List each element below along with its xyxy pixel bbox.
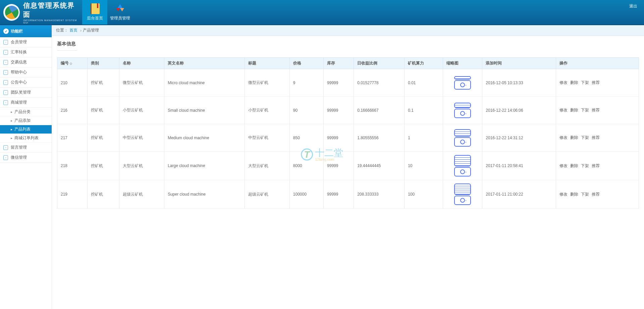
delete-link[interactable]: 删除 bbox=[570, 80, 578, 85]
table-cell: Super cloud machine bbox=[164, 180, 245, 209]
recommend-link[interactable]: 推荐 bbox=[592, 192, 600, 197]
offshelf-link[interactable]: 下架 bbox=[581, 135, 589, 140]
thumbnail-cell bbox=[443, 97, 482, 124]
menu-label: 微信管理 bbox=[11, 155, 27, 160]
offshelf-link[interactable]: 下架 bbox=[581, 80, 589, 85]
thumbnail-cell bbox=[443, 69, 482, 97]
submenu-item[interactable]: 产品列表 bbox=[0, 125, 52, 134]
column-header[interactable]: 英文名称 bbox=[164, 58, 245, 69]
recommend-link[interactable]: 推荐 bbox=[592, 80, 600, 85]
table-cell: 100 bbox=[405, 180, 443, 209]
delete-link[interactable]: 删除 bbox=[570, 108, 578, 112]
edit-link[interactable]: 修改 bbox=[559, 108, 568, 112]
sidebar-item[interactable]: ▫微信管理 bbox=[0, 153, 52, 163]
table-cell: 99999 bbox=[324, 97, 354, 124]
column-header[interactable]: 价格 bbox=[289, 58, 323, 69]
table-cell: 99999 bbox=[324, 69, 354, 97]
server-icon bbox=[454, 155, 471, 176]
menu-icon: ▫ bbox=[3, 155, 8, 160]
logo-subtitle: INFORMATION MANAGEMENT SYSTEM GUI bbox=[23, 19, 82, 24]
table-cell: Large cloud machine bbox=[164, 152, 245, 180]
menu-label: 帮助中心 bbox=[11, 69, 27, 75]
table-cell: 挖矿机 bbox=[88, 69, 119, 97]
breadcrumb-home[interactable]: 首页 bbox=[69, 28, 77, 33]
edit-link[interactable]: 修改 bbox=[559, 192, 568, 197]
top-nav: 后台首页 管理员管理 bbox=[82, 0, 132, 24]
edit-link[interactable]: 修改 bbox=[559, 80, 568, 85]
table-cell: Small cloud machine bbox=[164, 97, 245, 124]
table-cell: 218 bbox=[57, 152, 88, 180]
sidebar-item[interactable]: ▫商城管理 bbox=[0, 98, 52, 108]
table-row: 219挖矿机超级云矿机Super cloud machine超级云矿机10000… bbox=[57, 180, 639, 209]
table-cell: 0.01 bbox=[405, 69, 443, 97]
table-cell: 99999 bbox=[324, 124, 354, 152]
created-cell: 2017-01-11 20:58:41 bbox=[482, 152, 556, 180]
recommend-link[interactable]: 推荐 bbox=[592, 108, 600, 112]
admin-icon bbox=[115, 3, 125, 14]
menu-icon: ▫ bbox=[3, 100, 8, 105]
column-header[interactable]: 缩略图 bbox=[443, 58, 482, 69]
column-header[interactable]: 添加时间 bbox=[482, 58, 556, 69]
thumbnail-cell bbox=[443, 124, 482, 152]
column-header[interactable]: 标题 bbox=[245, 58, 289, 69]
sidebar-item[interactable]: ▫交易信息 bbox=[0, 57, 52, 67]
offshelf-link[interactable]: 下架 bbox=[581, 108, 589, 112]
recommend-link[interactable]: 推荐 bbox=[592, 163, 600, 168]
created-cell: 2016-12-05 10:13:33 bbox=[482, 69, 556, 97]
action-cell: 修改删除下架推荐 bbox=[556, 124, 639, 152]
created-cell: 2016-12-22 14:06:06 bbox=[482, 97, 556, 124]
delete-link[interactable]: 删除 bbox=[570, 135, 578, 140]
thumbnail-cell bbox=[443, 152, 482, 180]
table-cell: 216 bbox=[57, 97, 88, 124]
table-cell: 大型云矿机 bbox=[119, 152, 164, 180]
sidebar-item[interactable]: ▫公告中心 bbox=[0, 78, 52, 88]
breadcrumb-current: 产品管理 bbox=[83, 28, 99, 33]
app-header: 信息管理系统界面 INFORMATION MANAGEMENT SYSTEM G… bbox=[0, 0, 644, 25]
delete-link[interactable]: 删除 bbox=[570, 163, 578, 168]
edit-link[interactable]: 修改 bbox=[559, 163, 568, 168]
sidebar-item[interactable]: ▫会员管理 bbox=[0, 37, 52, 47]
server-icon bbox=[454, 76, 471, 90]
sidebar-item[interactable]: ▫帮助中心 bbox=[0, 67, 52, 78]
column-header[interactable]: 名称 bbox=[119, 58, 164, 69]
logout-link[interactable]: 退出 bbox=[629, 3, 637, 9]
topnav-home[interactable]: 后台首页 bbox=[82, 0, 107, 24]
table-cell: 超级云矿机 bbox=[245, 180, 289, 209]
table-row: 210挖矿机微型云矿机Micro cloud machine微型云矿机99999… bbox=[57, 69, 639, 97]
sidebar-item[interactable]: ▫团队奖管理 bbox=[0, 88, 52, 98]
menu-label: 交易信息 bbox=[11, 59, 27, 65]
main-content: 位置： 首页 › 产品管理 基本信息 编号类别名称英文名称标题价格库存日收益比例… bbox=[52, 25, 644, 309]
table-cell: 微型云矿机 bbox=[119, 69, 164, 97]
section-title: 基本信息 bbox=[57, 41, 77, 51]
delete-link[interactable]: 删除 bbox=[570, 192, 578, 197]
column-header[interactable]: 编号 bbox=[57, 58, 88, 69]
column-header[interactable]: 矿机算力 bbox=[405, 58, 443, 69]
column-header[interactable]: 日收益比例 bbox=[354, 58, 405, 69]
table-row: 218挖矿机大型云矿机Large cloud machine大型云矿机80009… bbox=[57, 152, 639, 180]
product-table: 编号类别名称英文名称标题价格库存日收益比例矿机算力缩略图添加时间操作 210挖矿… bbox=[57, 57, 639, 209]
menu-label: 汇率转换 bbox=[11, 49, 27, 55]
offshelf-link[interactable]: 下架 bbox=[581, 163, 589, 168]
chevron-right-icon: › bbox=[80, 28, 82, 33]
breadcrumb: 位置： 首页 › 产品管理 bbox=[52, 25, 644, 36]
sidebar-item[interactable]: ▫留言管理 bbox=[0, 143, 52, 153]
action-cell: 修改删除下架推荐 bbox=[556, 69, 639, 97]
menu-label: 留言管理 bbox=[11, 145, 27, 150]
menu-icon: ▫ bbox=[3, 40, 8, 45]
offshelf-link[interactable]: 下架 bbox=[581, 192, 589, 197]
column-header[interactable]: 库存 bbox=[324, 58, 354, 69]
submenu-item[interactable]: 产品分类 bbox=[0, 108, 52, 116]
table-cell: 挖矿机 bbox=[88, 180, 119, 209]
recommend-link[interactable]: 推荐 bbox=[592, 135, 600, 140]
sidebar-item[interactable]: ▫汇率转换 bbox=[0, 47, 52, 57]
column-header[interactable]: 类别 bbox=[88, 58, 119, 69]
table-cell: 208.333333 bbox=[354, 180, 405, 209]
column-header[interactable]: 操作 bbox=[556, 58, 639, 69]
submenu-item[interactable]: 产品添加 bbox=[0, 116, 52, 125]
table-cell: 99999 bbox=[324, 152, 354, 180]
table-cell: 219 bbox=[57, 180, 88, 209]
topnav-admin[interactable]: 管理员管理 bbox=[107, 0, 132, 24]
table-cell: 挖矿机 bbox=[88, 97, 119, 124]
edit-link[interactable]: 修改 bbox=[559, 135, 568, 140]
submenu-item[interactable]: 商城订单列表 bbox=[0, 134, 52, 143]
